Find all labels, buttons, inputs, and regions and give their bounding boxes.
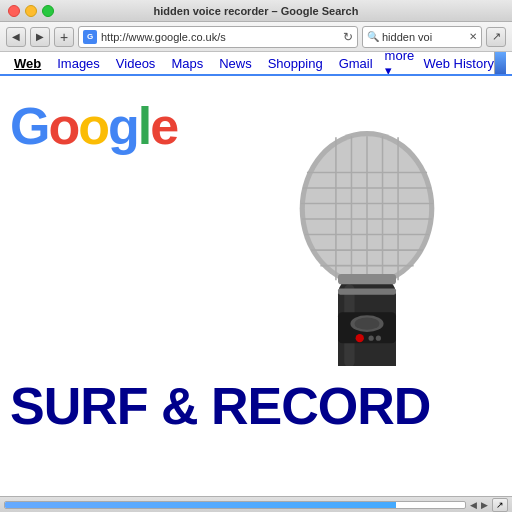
title-bar: hidden voice recorder – Google Search <box>0 0 512 22</box>
minimize-button[interactable] <box>25 5 37 17</box>
logo-l: l <box>138 97 150 155</box>
nav-maps[interactable]: Maps <box>163 56 211 71</box>
content-area: Google <box>0 76 512 446</box>
url-text: http://www.google.co.uk/s <box>101 31 339 43</box>
nav-news[interactable]: News <box>211 56 260 71</box>
logo-g2: g <box>108 97 138 155</box>
nav-gmail[interactable]: Gmail <box>331 56 381 71</box>
google-logo: Google <box>10 96 177 156</box>
nav-web-history[interactable]: Web History <box>423 56 494 71</box>
search-icon: 🔍 <box>367 31 379 42</box>
scroll-end-button[interactable]: ↗ <box>492 498 508 512</box>
bottom-banner: SURF & RECORD <box>0 366 512 446</box>
progress-bar <box>4 501 466 509</box>
status-bar: ◀ ▶ ↗ <box>0 496 512 512</box>
scroll-right-icon[interactable]: ▶ <box>481 500 488 510</box>
logo-e: e <box>150 97 177 155</box>
favicon-icon: G <box>83 30 97 44</box>
surf-record-text: SURF & RECORD <box>10 376 430 436</box>
nav-more[interactable]: more ▾ <box>381 52 424 76</box>
logo-o1: o <box>48 97 78 155</box>
back-button[interactable]: ◀ <box>6 27 26 47</box>
nav-bar: Web Images Videos Maps News Shopping Gma… <box>0 52 512 76</box>
clear-search-icon[interactable]: ✕ <box>469 31 477 42</box>
browser-toolbar: ◀ ▶ + G http://www.google.co.uk/s ↻ 🔍 hi… <box>0 22 512 52</box>
logo-o2: o <box>78 97 108 155</box>
nav-images[interactable]: Images <box>49 56 108 71</box>
svg-point-18 <box>355 317 380 329</box>
svg-point-19 <box>356 334 364 342</box>
close-button[interactable] <box>8 5 20 17</box>
page-action-button[interactable]: ↗ <box>486 27 506 47</box>
address-bar[interactable]: G http://www.google.co.uk/s ↻ <box>78 26 358 48</box>
refresh-icon[interactable]: ↻ <box>343 30 353 44</box>
logo-g: G <box>10 97 48 155</box>
scroll-left-icon[interactable]: ◀ <box>470 500 477 510</box>
progress-fill <box>5 502 396 508</box>
nav-videos[interactable]: Videos <box>108 56 164 71</box>
svg-rect-24 <box>338 288 396 294</box>
new-tab-button[interactable]: + <box>54 27 74 47</box>
maximize-button[interactable] <box>42 5 54 17</box>
search-query-text: hidden voi <box>382 31 466 43</box>
nav-scrollbar <box>494 52 506 75</box>
forward-button[interactable]: ▶ <box>30 27 50 47</box>
search-bar[interactable]: 🔍 hidden voi ✕ <box>362 26 482 48</box>
window-title: hidden voice recorder – Google Search <box>154 5 359 17</box>
window-controls <box>8 5 54 17</box>
nav-web[interactable]: Web <box>6 56 49 71</box>
svg-point-20 <box>369 336 374 341</box>
nav-shopping[interactable]: Shopping <box>260 56 331 71</box>
svg-rect-23 <box>338 274 396 284</box>
svg-point-21 <box>376 336 381 341</box>
